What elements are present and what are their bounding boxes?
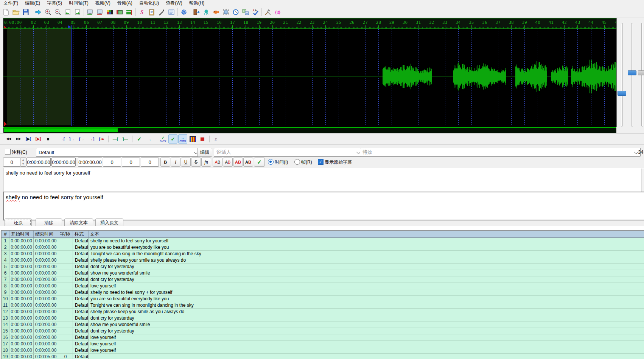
style-combo[interactable]: Default [36,148,200,157]
subtitle-row-4[interactable]: 40:00:00.000:00:00.00Defaultshelly pleas… [2,257,644,264]
monitor-red-icon[interactable] [95,8,105,17]
seek-prev-button[interactable]: ◀◀ [4,134,13,144]
underline-button[interactable]: U [181,158,191,167]
edit-style-button[interactable]: 编辑 [197,148,212,157]
subtitle-row-15[interactable]: 150:00:00.000:00:00.00Defaultdont cry fo… [2,328,644,334]
new-file-icon[interactable] [1,8,11,17]
original-text-scrollbar[interactable]: ▲▼ [641,169,644,193]
horizontal-zoom-slider-track[interactable] [621,23,623,126]
subtitle-edit-box[interactable]: shelly no need to feel sorry for yoursel… [3,192,644,220]
zoom-out-icon[interactable] [53,8,63,17]
lead-out-button[interactable]: ]— [121,134,130,144]
override-tags-icon[interactable]: {\t} [273,8,283,17]
resample-fish-icon[interactable] [211,8,221,17]
layer-field[interactable]: 0 [3,158,20,167]
menu-item-6[interactable]: 自动化(U) [136,0,163,7]
film-grid-icon[interactable] [105,8,115,17]
font-face-button[interactable]: fn [201,158,211,167]
start-time-field[interactable]: 0:00:00.00 [26,158,51,167]
comment-checkbox[interactable] [5,149,11,155]
subtitle-row-8[interactable]: 80:00:00.000:00:00.00Defaultlove yoursel… [2,283,644,289]
scroll-up-icon[interactable]: ▲ [642,169,644,174]
margin-right-field[interactable]: 0 [122,158,140,167]
commit-check-button[interactable]: ✓ [254,158,265,167]
subtitle-row-9[interactable]: 90:00:00.000:00:00.00Defaultshelly no ne… [2,289,644,296]
actor-combo[interactable]: 说话人 [214,148,363,157]
monitor-green-icon[interactable] [85,8,95,17]
subtitle-row-7[interactable]: 70:00:00.000:00:00.00Defaultdont cry for… [2,276,644,283]
color-primary-button[interactable]: AB [213,158,222,167]
audio-scrollbar-thumb[interactable] [4,128,118,132]
show-original-checkbox[interactable]: ✓ [318,159,324,165]
go-to-selection-button[interactable]: → [145,134,154,144]
italic-button[interactable]: I [171,158,180,167]
subtitle-row-18[interactable]: 180:00:00.000:00:00.00Defaultlove yourse… [2,347,644,354]
menu-item-1[interactable]: 编辑(E) [22,0,44,7]
volume-slider-handle[interactable] [638,70,644,75]
tools-hammer-icon[interactable] [263,8,273,17]
link-vertical-sliders-button[interactable]: ▦ [198,134,207,144]
subtitle-grid[interactable]: #开始时间结束时间字/秒样式文本10:00:00.000:00:00.00Def… [1,230,644,359]
subtitle-row-12[interactable]: 120:00:00.000:00:00.00Defaultshelly plea… [2,309,644,315]
page-scroll-left-icon[interactable] [63,8,73,17]
play-first-500ms-button[interactable]: [→ [77,134,86,144]
attachment-pen-icon[interactable] [157,8,166,17]
page-scroll-right-icon[interactable] [73,8,82,17]
open-folder-icon[interactable] [11,8,21,17]
vertical-zoom-slider-handle[interactable] [628,70,636,75]
karaoke-mode-button[interactable]: ♬ [212,134,221,144]
subtitle-row-10[interactable]: 100:00:00.000:00:00.00Defaultyou are so … [2,296,644,302]
original-text-box[interactable]: shelly no need to feel sorry for yoursel… [3,168,644,194]
lead-in-button[interactable]: —[ [111,134,120,144]
margin-left-field[interactable]: 0 [103,158,121,167]
stop-button[interactable]: ■ [44,134,53,144]
fonts-card-icon[interactable] [166,8,176,17]
play-500ms-after-button[interactable]: ]→ [67,134,76,144]
subtitle-row-6[interactable]: 60:00:00.000:00:00.00Defaultshow me you … [2,270,644,276]
subtitle-row-19[interactable]: 190:00:00.000:00:05.000Default [2,354,644,359]
subtitle-row-5[interactable]: 50:00:00.000:00:00.00Defaultdont cry for… [2,264,644,270]
auto-go-to-next-button[interactable]: →AUTO [178,134,187,144]
play-to-end-button[interactable]: [↠ [97,134,106,144]
strikeout-button[interactable]: S [191,158,201,167]
subtitle-row-13[interactable]: 130:00:00.000:00:00.00Defaultdont cry fo… [2,315,644,322]
play-500ms-before-button[interactable]: →[ [58,134,67,144]
subtitle-row-16[interactable]: 160:00:00.000:00:00.00Defaultlove yourse… [2,334,644,341]
zoom-in-icon[interactable] [43,8,53,17]
translation-kanji-icon[interactable] [241,8,250,17]
automation-gear-icon[interactable] [179,8,189,17]
audio-scrollbar[interactable] [3,127,616,133]
properties-clipboard-icon[interactable] [147,8,157,17]
commit-button[interactable]: ✓ [135,134,144,144]
subtitle-row-3[interactable]: 30:00:00.000:00:00.00DefaultTonight we c… [2,251,644,257]
menu-item-3[interactable]: 时间轴(T) [65,0,92,7]
spellcheck-abc-icon[interactable] [250,8,260,17]
spectrum-mode-button[interactable] [188,134,197,144]
play-last-500ms-button[interactable]: →] [87,134,96,144]
shift-clock-icon[interactable] [231,8,241,17]
layer-spinner[interactable]: ▲▼ [20,158,26,167]
jump-arrow-icon[interactable] [33,8,43,17]
menu-item-2[interactable]: 字幕(S) [44,0,65,7]
duration-field[interactable]: 0:00:00.00 [78,158,102,167]
waveform-bars-icon[interactable] [124,8,134,17]
door-arrow-icon[interactable] [191,8,201,17]
selection-box-icon[interactable] [221,8,231,17]
audio-waveform-display[interactable] [3,18,617,127]
time-radio[interactable] [268,159,274,165]
subtitle-row-17[interactable]: 170:00:00.000:00:00.00Defaultlove yourse… [2,341,644,347]
margin-vertical-field[interactable]: 0 [141,158,159,167]
auto-next-line-button[interactable]: ✓ [168,134,177,144]
menu-item-0[interactable]: 文件(F) [0,0,22,7]
bold-button[interactable]: B [160,158,170,167]
styles-manager-icon[interactable]: S [137,8,147,17]
subtitle-row-2[interactable]: 20:00:00.000:00:00.00Defaultyou are so b… [2,244,644,251]
seek-next-button[interactable]: ▶▶ [14,134,23,144]
spinner-down-icon[interactable]: ▼ [20,162,26,166]
color-secondary-button[interactable]: AB [223,158,233,167]
film-marker-icon[interactable] [115,8,124,17]
subtitle-row-1[interactable]: 10:00:00.000:00:00.00Defaultshelly no ne… [2,238,644,244]
color-shadow-button[interactable]: AB [243,158,253,167]
select-jellyfish-icon[interactable] [201,8,211,17]
auto-commit-button[interactable]: ✓AUTO [159,134,168,144]
